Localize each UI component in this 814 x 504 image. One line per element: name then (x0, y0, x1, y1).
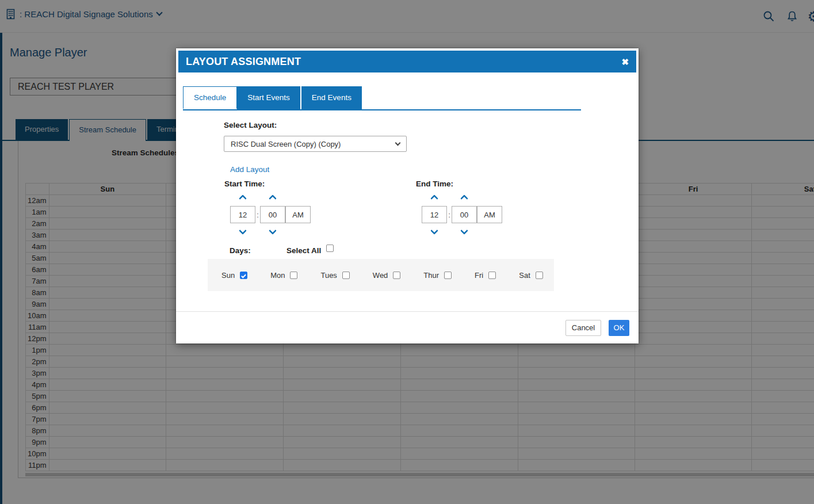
day-checkbox[interactable] (536, 272, 543, 279)
layout-assignment-dialog: LAYOUT ASSIGNMENT ✖ Schedule Start Event… (176, 48, 639, 343)
day-option-sun[interactable]: Sun (221, 271, 247, 280)
start-hour-input[interactable] (230, 206, 255, 223)
tab-start-events[interactable]: Start Events (237, 86, 301, 109)
day-option-label: Mon (270, 271, 285, 280)
layout-select-value: RISC Dual Screen (Copy) (Copy) (231, 140, 341, 148)
day-option-wed[interactable]: Wed (373, 271, 401, 280)
chevron-down-icon (395, 140, 401, 146)
day-option-fri[interactable]: Fri (475, 271, 496, 280)
dialog-title: LAYOUT ASSIGNMENT (186, 56, 301, 68)
time-colon: : (257, 211, 259, 219)
end-hour-input[interactable] (422, 206, 447, 223)
day-checkbox[interactable] (488, 272, 496, 279)
day-option-label: Sun (221, 271, 235, 280)
start-time-label: Start Time: (224, 180, 311, 188)
dialog-footer: Cancel OK (176, 311, 639, 343)
chevron-down-icon[interactable] (269, 227, 277, 235)
tab-end-events[interactable]: End Events (301, 86, 363, 109)
cancel-button[interactable]: Cancel (565, 320, 601, 336)
day-option-label: Sat (519, 271, 530, 280)
chevron-up-icon[interactable] (430, 194, 438, 203)
chevron-up-icon[interactable] (239, 194, 247, 203)
chevron-up-icon[interactable] (269, 194, 277, 203)
start-time-group: Start Time: : AM (224, 180, 311, 234)
chevron-up-icon[interactable] (460, 194, 468, 203)
end-time-label: End Time: (416, 180, 502, 188)
day-checkbox[interactable] (342, 272, 350, 279)
days-panel: SunMonTuesWedThurFriSat (208, 259, 554, 291)
chevron-down-icon[interactable] (460, 227, 468, 235)
add-layout-link[interactable]: Add Layout (230, 165, 269, 174)
day-option-label: Fri (475, 271, 483, 280)
select-all-label: Select All (286, 246, 321, 255)
day-option-label: Wed (373, 271, 388, 280)
dialog-tabs: Schedule Start Events End Events (183, 86, 581, 110)
ok-button[interactable]: OK (609, 320, 629, 336)
end-time-group: End Time: : AM (416, 180, 502, 234)
time-colon: : (448, 211, 450, 219)
day-option-tues[interactable]: Tues (320, 271, 349, 280)
start-minute-input[interactable] (260, 206, 285, 223)
day-checkbox[interactable] (393, 272, 400, 279)
day-option-label: Tues (320, 271, 337, 280)
dialog-header: LAYOUT ASSIGNMENT ✖ (178, 51, 636, 72)
close-icon[interactable]: ✖ (621, 58, 629, 66)
day-option-mon[interactable]: Mon (270, 271, 297, 280)
start-meridiem-toggle[interactable]: AM (285, 206, 311, 223)
select-layout-label: Select Layout: (224, 121, 277, 129)
tab-schedule[interactable]: Schedule (183, 86, 237, 109)
end-meridiem-toggle[interactable]: AM (477, 206, 502, 223)
chevron-down-icon[interactable] (239, 227, 247, 235)
day-option-thur[interactable]: Thur (423, 271, 452, 280)
chevron-down-icon[interactable] (430, 227, 438, 235)
day-checkbox[interactable] (240, 272, 247, 279)
day-option-label: Thur (423, 271, 439, 280)
end-minute-input[interactable] (452, 206, 477, 223)
day-checkbox[interactable] (290, 272, 297, 279)
layout-select[interactable]: RISC Dual Screen (Copy) (Copy) (224, 136, 407, 152)
days-label: Days: (230, 246, 251, 255)
select-all-checkbox[interactable] (326, 245, 334, 252)
day-option-sat[interactable]: Sat (519, 271, 543, 280)
day-checkbox[interactable] (444, 272, 452, 279)
